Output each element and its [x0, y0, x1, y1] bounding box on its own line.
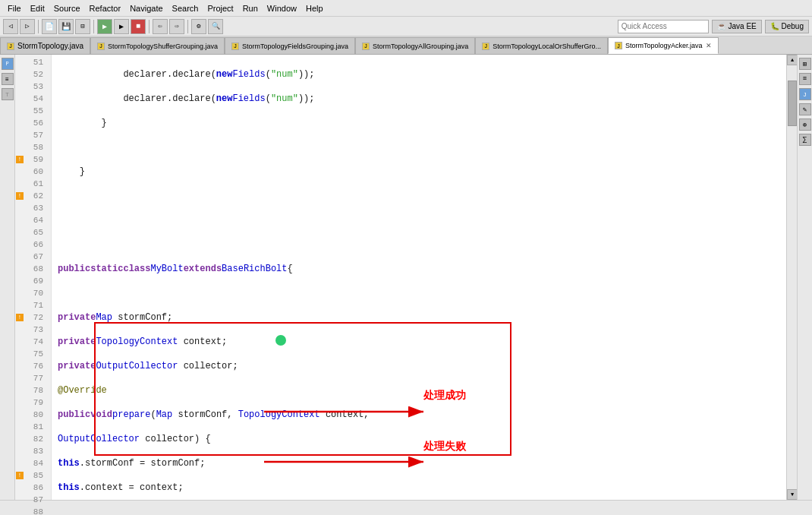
tab-local-shuffer[interactable]: J StormTopologyLocalOrShufferGro... [475, 37, 608, 54]
status-bar [0, 500, 812, 515]
sidebar-icon-3[interactable]: T [2, 88, 14, 100]
vertical-scrollbar[interactable]: ▲ ▼ [786, 55, 797, 500]
toolbar-btn-3[interactable]: ⊟ [75, 19, 90, 34]
tab-acker[interactable]: J StormTopologyAcker.java ✕ [608, 37, 719, 54]
warning-icon-59: ! [16, 156, 24, 163]
gutter-line-71: 71 [15, 299, 48, 311]
gutter-line-52: 52 [15, 68, 48, 81]
gutter-line-76: 76 [15, 360, 48, 372]
menu-file[interactable]: File [3, 0, 26, 16]
right-icon-1[interactable]: ⊞ [799, 58, 811, 70]
toolbar: ◁ ▷ 📄 💾 ⊟ ▶ ▶ ■ ⇦ ⇨ ⚙ 🔍 ☕ Java EE 🐛 Debu… [0, 17, 812, 36]
menu-project[interactable]: Project [203, 0, 238, 16]
gutter-line-58: 58 [15, 141, 48, 153]
code-line-57 [58, 214, 780, 226]
tab-shuffler-grouping[interactable]: J StormTopologyShufferGrouping.java [90, 37, 225, 54]
code-line-56 [58, 190, 780, 202]
java-ee-perspective[interactable]: ☕ Java EE [712, 20, 762, 33]
gutter-line-53: 53 [15, 81, 48, 93]
gutter-line-64: 64 [15, 214, 48, 226]
menu-navigate[interactable]: Navigate [125, 0, 167, 16]
toolbar-btn-4[interactable]: ⇦ [153, 19, 168, 34]
gutter-line-79: 79 [15, 397, 48, 409]
warning-icon-62: ! [16, 192, 24, 200]
gutter-line-88: 88 [15, 506, 48, 515]
gutter-line-83: 83 [15, 445, 48, 457]
gutter-line-87: 87 [15, 494, 48, 506]
menu-search[interactable]: Search [168, 0, 203, 16]
toolbar-sep-2 [93, 20, 94, 33]
toolbar-btn-5[interactable]: ⇨ [169, 19, 184, 34]
tab-icon-2: J [97, 43, 105, 50]
right-icon-3[interactable]: J [799, 88, 811, 100]
tab-icon-1: J [7, 43, 14, 50]
tab-icon-6: J [615, 42, 622, 49]
scroll-up-btn[interactable]: ▲ [787, 55, 798, 65]
toolbar-btn-7[interactable]: 🔍 [208, 19, 223, 34]
code-line-59: public static class MyBolt extends BaseR… [58, 263, 780, 275]
left-sidebar: P ≡ T [0, 55, 15, 500]
code-area[interactable]: declarer.declare(new Fields("num")); dec… [52, 55, 786, 500]
toolbar-btn-2[interactable]: ▷ [20, 19, 35, 34]
warning-icon-85: ! [16, 472, 24, 479]
code-line-65: public void prepare(Map stormConf, Topol… [58, 409, 780, 421]
sidebar-icon-1[interactable]: P [2, 58, 14, 70]
tab-icon-4: J [362, 43, 370, 50]
gutter-line-80: 80 [15, 409, 48, 421]
sidebar-icon-2[interactable]: ≡ [2, 73, 14, 85]
menu-refactor[interactable]: Refactor [85, 0, 126, 16]
menu-source[interactable]: Source [49, 0, 85, 16]
gutter-line-63: 63 [15, 202, 48, 214]
gutter-line-55: 55 [15, 105, 48, 117]
menu-run[interactable]: Run [238, 0, 263, 16]
toolbar-sep-4 [187, 20, 188, 33]
gutter-line-61: 61 [15, 178, 48, 190]
toolbar-btn-run[interactable]: ▶ [114, 19, 129, 34]
tab-storm-topology[interactable]: J StormTopology.java [0, 37, 90, 54]
quick-access-input[interactable] [618, 20, 709, 33]
code-line-53: } [58, 117, 780, 129]
debug-perspective[interactable]: 🐛 Debug [765, 20, 809, 33]
code-content: declarer.declare(new Fields("num")); dec… [52, 55, 786, 500]
tab-close-6[interactable]: ✕ [706, 42, 712, 49]
gutter-line-75: 75 [15, 348, 48, 360]
code-line-61: private Map stormConf; [58, 311, 780, 324]
code-line-54 [58, 141, 780, 153]
menu-window[interactable]: Window [263, 0, 301, 16]
gutter-line-70: 70 [15, 287, 48, 299]
right-icon-6[interactable]: ∑ [799, 134, 811, 146]
editor-container: P ≡ T 51 52 53 54 55 56 57 58 ! 59 60 61… [0, 55, 812, 500]
code-line-51: declarer.declare(new Fields("num")); [58, 68, 780, 81]
scroll-track[interactable] [787, 65, 797, 489]
menu-edit[interactable]: Edit [26, 0, 49, 16]
toolbar-btn-stop[interactable]: ■ [131, 19, 146, 34]
menu-help[interactable]: Help [301, 0, 328, 16]
tab-icon-5: J [482, 43, 489, 50]
scroll-down-btn[interactable]: ▼ [787, 489, 798, 500]
tab-all-grouping[interactable]: J StormTopologyAllGrouping.java [355, 37, 475, 54]
gutter-line-84: 84 [15, 457, 48, 469]
gutter-line-66: 66 [15, 239, 48, 251]
gutter-line-78: 78 [15, 384, 48, 397]
gutter-line-59: ! 59 [15, 153, 48, 166]
gutter-line-82: 82 [15, 433, 48, 445]
toolbar-btn-debug[interactable]: ▶ [97, 19, 112, 34]
gutter-line-67: 67 [15, 251, 48, 263]
toolbar-btn-6[interactable]: ⚙ [191, 19, 206, 34]
right-icon-4[interactable]: ✎ [799, 103, 811, 115]
right-icon-5[interactable]: ⊕ [799, 118, 811, 131]
toolbar-btn-save[interactable]: 💾 [58, 19, 74, 34]
toolbar-right: ☕ Java EE 🐛 Debug [618, 20, 809, 33]
code-line-68: this.context = context; [58, 482, 780, 494]
tab-label-1: StormTopology.java [17, 42, 83, 50]
right-icon-2[interactable]: ≡ [799, 73, 811, 85]
tab-fields-grouping[interactable]: J StormTopologyFieldsGrouping.java [225, 37, 355, 54]
gutter-line-60: 60 [15, 166, 48, 178]
code-line-60 [58, 287, 780, 299]
gutter-line-86: 86 [15, 482, 48, 494]
toolbar-btn-1[interactable]: ◁ [3, 19, 18, 34]
tab-bar: J StormTopology.java J StormTopologyShuf… [0, 36, 812, 55]
gutter-line-57: 57 [15, 129, 48, 141]
toolbar-btn-new[interactable]: 📄 [42, 19, 57, 34]
scroll-thumb[interactable] [788, 81, 797, 126]
